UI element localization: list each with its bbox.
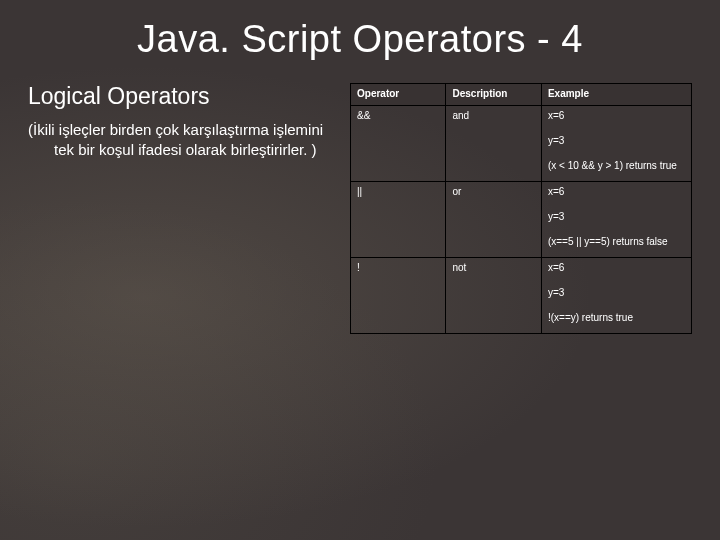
cell-description: and [446,106,541,182]
slide: Java. Script Operators - 4 Logical Opera… [0,0,720,540]
table-row: ! not x=6 y=3 !(x==y) returns true [351,258,692,334]
cell-example: x=6 y=3 !(x==y) returns true [541,258,691,334]
example-line: y=3 [548,287,685,298]
content-columns: Logical Operators (İkili işleçler birden… [28,79,692,334]
cell-description: or [446,182,541,258]
right-column: Operator Description Example && and x=6 … [350,79,692,334]
cell-example: x=6 y=3 (x==5 || y==5) returns false [541,182,691,258]
example-result: !(x==y) returns true [548,312,685,323]
example-line: x=6 [548,186,685,197]
example-line: y=3 [548,211,685,222]
example-line: y=3 [548,135,685,146]
header-description: Description [446,84,541,106]
subheading: Logical Operators [28,83,338,110]
description: (İkili işleçler birden çok karşılaştırma… [28,120,338,161]
table-header-row: Operator Description Example [351,84,692,106]
table-row: || or x=6 y=3 (x==5 || y==5) returns fal… [351,182,692,258]
cell-description: not [446,258,541,334]
operators-table: Operator Description Example && and x=6 … [350,83,692,334]
header-operator: Operator [351,84,446,106]
left-column: Logical Operators (İkili işleçler birden… [28,79,338,161]
cell-operator: || [351,182,446,258]
slide-title: Java. Script Operators - 4 [28,18,692,61]
cell-operator: && [351,106,446,182]
header-example: Example [541,84,691,106]
description-body: İkili işleçler birden çok karşılaştırma … [33,121,323,158]
example-result: (x==5 || y==5) returns false [548,236,685,247]
cell-example: x=6 y=3 (x < 10 && y > 1) returns true [541,106,691,182]
table-row: && and x=6 y=3 (x < 10 && y > 1) returns… [351,106,692,182]
example-result: (x < 10 && y > 1) returns true [548,160,685,171]
example-line: x=6 [548,110,685,121]
cell-operator: ! [351,258,446,334]
example-line: x=6 [548,262,685,273]
